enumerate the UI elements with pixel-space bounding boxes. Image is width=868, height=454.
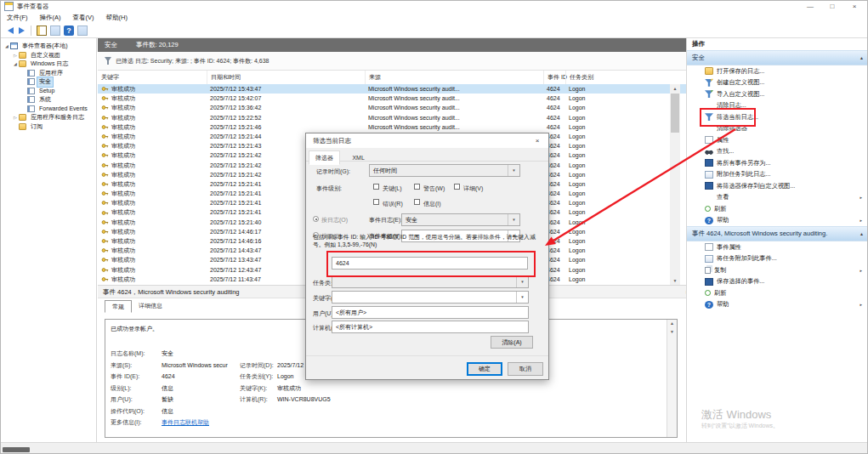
description-scrollbar[interactable]: ▲ ▼ [667,320,677,437]
action-item-创建自定义视图[interactable]: 创建自定义视图... [687,77,868,89]
tab-general[interactable]: 常规 [105,300,132,313]
scroll-down-icon[interactable]: ▼ [667,328,677,336]
menu-file[interactable]: 文件(F) [1,14,34,22]
action-item-刷新[interactable]: 刷新 [687,203,868,215]
tree-item-Setup[interactable]: Setup [1,87,96,96]
action-item-帮助[interactable]: 帮助▸ [687,299,868,311]
computer-input[interactable] [332,321,529,333]
event-row[interactable]: 审核成功2025/7/12 15:36:42Microsoft Windows … [98,103,696,112]
collapse-icon[interactable]: ▲ [859,51,864,65]
tree-item-订阅[interactable]: 订阅 [1,122,96,132]
checkbox-warning[interactable] [414,184,420,190]
event-log-combobox[interactable]: 安全 ▼ [401,213,520,226]
action-item-打开保存的日志[interactable]: 打开保存的日志... [687,65,868,77]
keyword-cell: 审核成功 [111,255,135,264]
checkbox-critical[interactable] [373,184,379,190]
scroll-up-icon[interactable]: ▲ [667,320,677,327]
column-category[interactable]: 任务类别 [565,71,696,84]
error-label[interactable]: 错误(R) [383,200,403,208]
verbose-label[interactable]: 详细(V) [463,184,483,193]
actions-section-header[interactable]: 事件 4624, Microsoft Windows security audi… [687,226,868,241]
action-item-将任务附加到此事件[interactable]: 将任务附加到此事件... [687,253,868,265]
actions-section-header[interactable]: 安全▲ [687,50,868,65]
menu-action[interactable]: 操作(A) [34,14,67,22]
tab-details[interactable]: 详细信息 [132,300,169,313]
console-tree-icon[interactable] [37,26,47,36]
scroll-up-icon[interactable]: ▲ [670,84,680,93]
checkbox-error[interactable] [373,199,379,205]
tree-item-应用程序[interactable]: 应用程序 [1,69,96,78]
checkbox-verbose[interactable] [454,184,460,190]
clear-button[interactable]: 清除(A) [491,336,533,349]
event-log-value: 安全 [402,217,417,223]
action-item-导入自定义视图[interactable]: 导入自定义视图... [687,88,868,100]
column-event-id[interactable]: 事件 ID [543,71,565,84]
event-row[interactable]: 审核成功2025/7/12 15:43:47Microsoft Windows … [98,84,696,94]
action-item-附加任务到此日志[interactable]: 附加任务到此日志... [687,169,868,181]
help-icon[interactable] [64,26,74,36]
column-source[interactable]: 来源 [365,71,543,84]
chevron-down-icon[interactable]: ▼ [508,165,519,176]
tree-item-安全[interactable]: 安全 [1,77,96,87]
tree-item-应用程序和服务日志[interactable]: ▷应用程序和服务日志 [1,113,96,122]
expand-icon[interactable]: ▷ [12,113,19,122]
by-log-label[interactable]: 按日志(O) [321,216,348,224]
event-row[interactable]: 审核成功2025/7/12 15:21:46Microsoft Windows … [98,122,696,132]
maximize-button[interactable]: □ [821,1,843,12]
field-label: 关键字(K): [240,383,277,394]
dialog-close-icon[interactable]: × [526,133,548,148]
close-button[interactable]: × [843,1,865,12]
tree-item-系统[interactable]: 系统 [1,95,96,105]
information-label[interactable]: 信息(I) [423,200,441,208]
key-icon [101,104,109,111]
action-item-将筛选器保存到自定义视图[interactable]: 将筛选器保存到自定义视图... [687,180,868,192]
tree-item-Windows 日志[interactable]: ◢Windows 日志 [1,60,96,69]
warning-label[interactable]: 警告(W) [423,184,445,193]
chevron-down-icon[interactable]: ▼ [508,214,519,225]
back-icon[interactable] [8,27,14,34]
scroll-down-icon[interactable]: ▼ [670,276,680,285]
user-input[interactable] [332,306,529,319]
menu-view[interactable]: 查看(V) [67,14,100,22]
scrollbar-thumb[interactable] [671,94,679,133]
collapse-icon[interactable]: ◢ [3,42,10,51]
column-keyword[interactable]: 关键字 [98,71,207,84]
properties-icon[interactable] [50,26,60,36]
action-item-将所有事件另存为[interactable]: 将所有事件另存为... [687,157,868,169]
action-item-保存选择的事件[interactable]: 保存选择的事件... [687,276,868,288]
minimize-button[interactable]: — [799,1,821,12]
chevron-down-icon[interactable]: ▼ [516,276,528,287]
action-pane-icon[interactable] [77,26,88,36]
action-item-属性[interactable]: 属性 [687,134,868,146]
collapse-icon[interactable]: ◢ [12,60,19,69]
list-scrollbar[interactable]: ▲ ▼ [670,84,680,285]
action-item-帮助[interactable]: 帮助▸ [687,215,868,227]
expand-icon[interactable]: ▷ [12,51,19,60]
event-row[interactable]: 审核成功2025/7/12 15:22:52Microsoft Windows … [98,113,696,122]
refresh-icon [705,206,711,212]
chevron-down-icon[interactable]: ▼ [516,292,528,303]
ok-button[interactable]: 确定 [467,362,502,376]
radio-by-log[interactable] [313,216,319,222]
console-root-icon [10,43,18,49]
forward-icon[interactable] [19,27,25,34]
menu-help[interactable]: 帮助(H) [100,14,133,22]
logged-combobox[interactable]: 任何时间 ▼ [369,164,520,177]
column-datetime[interactable]: 日期和时间 [207,71,365,84]
action-item-复制[interactable]: 复制▸ [687,264,868,276]
tree-item-Forwarded Events[interactable]: Forwarded Events [1,105,96,114]
critical-label[interactable]: 关键(L) [383,184,402,193]
tree-item-自定义视图[interactable]: ▷自定义视图 [1,51,96,60]
collapse-icon[interactable]: ▲ [859,227,864,241]
tree-item-事件查看器(本地)[interactable]: ◢事件查看器(本地) [1,42,96,51]
action-item-查找[interactable]: 查找... [687,146,868,158]
action-item-事件属性[interactable]: 事件属性 [687,241,868,253]
action-item-查看[interactable]: 查看▸ [687,192,868,204]
event-row[interactable]: 审核成功2025/7/12 15:42:07Microsoft Windows … [98,94,696,103]
checkbox-information[interactable] [414,199,420,205]
action-item-刷新[interactable]: 刷新 [687,287,868,299]
cancel-button[interactable]: 取消 [508,362,543,376]
event-log-online-help-link[interactable]: 事件日志联机帮助 [162,417,240,428]
task-category-combobox[interactable]: ▼ [332,275,529,288]
keywords-combobox[interactable]: ▼ [332,291,529,304]
